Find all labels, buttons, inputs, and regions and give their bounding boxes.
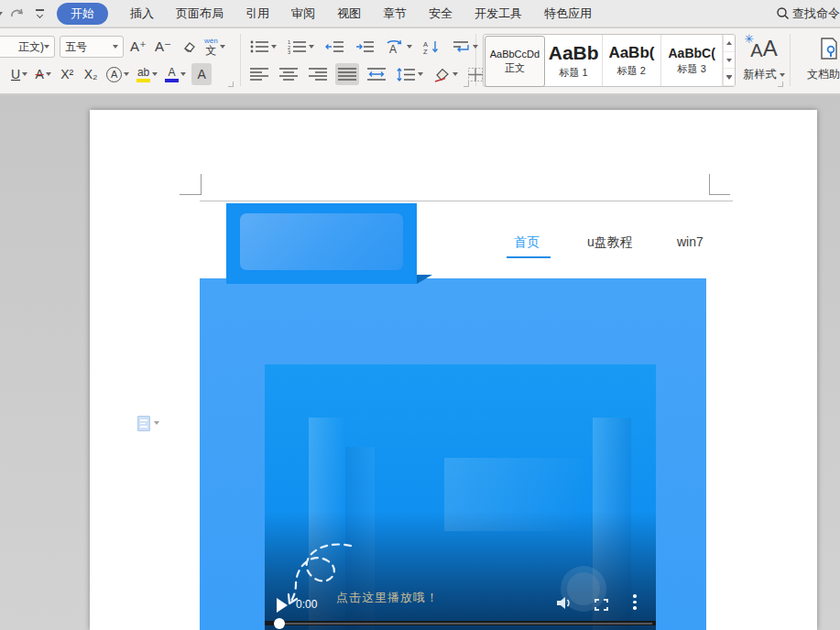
grow-font-button[interactable]: A⁺ [128, 36, 148, 58]
style-heading-1[interactable]: AaBb 标题 1 [546, 35, 603, 86]
distribute-icon [366, 67, 387, 81]
strikethrough-button[interactable]: A [33, 63, 53, 85]
font-name-combobox[interactable]: 正文) [0, 36, 55, 58]
decrease-indent-icon [324, 39, 344, 54]
menu-tab-special-apps[interactable]: 特色应用 [544, 5, 592, 22]
pinyin-guide-button[interactable]: wén文 [202, 36, 227, 58]
styles-scroll-up[interactable] [724, 35, 735, 52]
paragraph-layout-button[interactable] [449, 36, 480, 58]
underline-button[interactable]: U [9, 63, 29, 85]
undo-dropdown-icon[interactable] [0, 12, 3, 16]
collapse-ribbon-icon[interactable] [36, 9, 44, 17]
style-normal[interactable]: AaBbCcDd 正文 [485, 36, 545, 87]
numbered-list-button[interactable]: 1 2 3 [285, 36, 316, 58]
new-style-button[interactable]: ✳ AA 新样式 [740, 36, 788, 82]
menu-tab-section[interactable]: 章节 [383, 5, 407, 22]
paste-options-icon [137, 416, 150, 431]
document-workspace: 首页 u盘教程 win7 0:00 点 [0, 95, 840, 630]
style-heading-2[interactable]: AaBb( 标题 2 [603, 35, 662, 86]
video-progress-bar [265, 621, 656, 625]
find-command-label: 查找命令 [792, 5, 840, 22]
redo-icon[interactable] [10, 7, 25, 20]
sort-button[interactable]: A Z [420, 36, 442, 58]
more-options-icon [633, 594, 637, 613]
styles-scrollbar [723, 35, 735, 86]
styles-gallery-expand[interactable] [724, 69, 735, 86]
character-shading-button[interactable]: A [191, 63, 212, 85]
menu-tab-view[interactable]: 视图 [337, 5, 361, 22]
styles-scroll-down[interactable] [724, 52, 735, 70]
webpage-nav-win7: win7 [677, 234, 704, 249]
menu-tab-dev-tools[interactable]: 开发工具 [475, 5, 522, 22]
font-size-value: 五号 [65, 39, 113, 55]
document-page[interactable]: 首页 u盘教程 win7 0:00 点 [90, 110, 817, 630]
menu-tab-page-layout[interactable]: 页面布局 [176, 5, 224, 22]
decrease-indent-button[interactable] [322, 36, 346, 58]
font-color-button[interactable]: A [163, 63, 188, 85]
align-left-button[interactable] [247, 63, 271, 85]
doc-assistant-icon [819, 36, 839, 61]
play-button-icon [277, 598, 288, 613]
menu-tab-security[interactable]: 安全 [429, 5, 453, 22]
justify-icon [337, 67, 357, 81]
text-direction-button[interactable]: A [383, 36, 414, 58]
video-progress-handle [274, 618, 285, 629]
bullet-list-button[interactable] [247, 36, 278, 58]
ribbon-toolbar: 正文) 五号 A⁺ A⁻ wén文 U A X² X₂ [0, 28, 840, 94]
paragraph-layout-icon [451, 39, 471, 54]
bullet-list-icon [249, 39, 269, 54]
search-icon [776, 6, 790, 20]
webpage-nav-usb-tutorial: u盘教程 [587, 234, 633, 251]
svg-text:A: A [389, 43, 397, 55]
text-direction-icon: A [385, 39, 405, 55]
line-spacing-icon [396, 67, 416, 82]
increase-indent-icon [355, 39, 375, 54]
align-right-icon [308, 67, 328, 81]
doc-assistant-button[interactable]: 文档助手 [801, 36, 840, 82]
eraser-icon [180, 39, 196, 54]
webpage-nav-active-underline [507, 256, 551, 258]
borders-icon [467, 67, 484, 82]
justify-button[interactable] [335, 63, 359, 85]
menu-tab-references[interactable]: 引用 [245, 5, 269, 22]
volume-icon [556, 595, 573, 611]
video-progress-track [278, 623, 652, 625]
text-boundary-mark-right [709, 174, 710, 195]
video-player: 0:00 点击这里播放哦！ [265, 364, 656, 630]
align-center-button[interactable] [277, 63, 300, 85]
style-heading-3[interactable]: AaBbC( 标题 3 [661, 35, 723, 86]
font-size-combobox[interactable]: 五号 [60, 36, 124, 58]
clear-format-button[interactable] [178, 36, 198, 58]
align-right-button[interactable] [306, 63, 330, 85]
numbered-list-icon: 1 2 3 [287, 39, 307, 54]
find-command[interactable]: 查找命令 [776, 5, 840, 22]
highlight-color-button[interactable]: ab [135, 63, 159, 85]
paste-options-button[interactable] [137, 416, 159, 431]
shrink-font-button[interactable]: A⁻ [153, 36, 173, 58]
styles-gallery: AaBbCcDd 正文 AaBb 标题 1 AaBb( 标题 2 AaBbC( … [483, 34, 736, 87]
menu-tab-review[interactable]: 审阅 [291, 5, 315, 22]
font-name-value: 正文) [0, 39, 44, 55]
menu-tab-home[interactable]: 开始 [57, 3, 108, 25]
text-effects-button[interactable]: A [104, 63, 131, 85]
increase-indent-button[interactable] [353, 36, 376, 58]
text-boundary-mark-right [709, 194, 730, 195]
group-separator [240, 34, 241, 86]
distribute-button[interactable] [365, 63, 388, 85]
align-left-icon [249, 67, 269, 81]
text-boundary-mark-left [180, 194, 201, 195]
sort-az-icon: A Z [422, 39, 441, 55]
paint-bucket-icon [432, 67, 451, 82]
subscript-button[interactable]: X₂ [81, 63, 101, 85]
superscript-button[interactable]: X² [57, 63, 77, 85]
svg-text:3: 3 [288, 49, 290, 54]
menu-tab-insert[interactable]: 插入 [130, 5, 154, 22]
line-spacing-button[interactable] [394, 63, 425, 85]
menu-bar: 开始 插入 页面布局 引用 审阅 视图 章节 安全 开发工具 特色应用 查找命令 [0, 0, 840, 27]
content-top-line [200, 201, 733, 201]
shading-button[interactable] [431, 63, 460, 85]
new-style-icon: ✳ AA [750, 36, 777, 61]
group-separator [790, 34, 791, 86]
group-corner-mark [228, 81, 234, 87]
fullscreen-icon [595, 599, 608, 611]
